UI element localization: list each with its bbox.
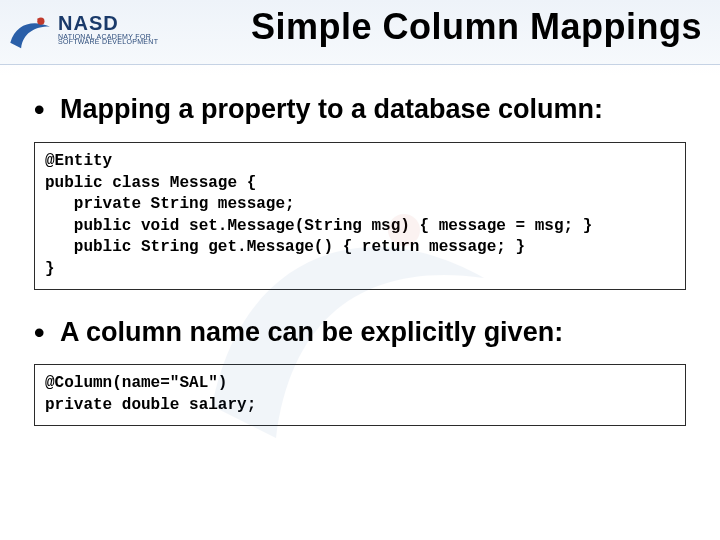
slide-content: Mapping a property to a database column:… bbox=[0, 65, 720, 426]
logo-name: NASD bbox=[58, 12, 158, 35]
code-block-1: @Entity public class Message { private S… bbox=[34, 142, 686, 290]
slide-header: NASD NATIONAL ACADEMY FOR SOFTWARE DEVEL… bbox=[0, 0, 720, 65]
nasd-logo: NASD NATIONAL ACADEMY FOR SOFTWARE DEVEL… bbox=[8, 6, 178, 58]
slide: NASD NATIONAL ACADEMY FOR SOFTWARE DEVEL… bbox=[0, 0, 720, 540]
code-block-2: @Column(name="SAL") private double salar… bbox=[34, 364, 686, 425]
logo-sub-2: SOFTWARE DEVELOPMENT bbox=[58, 38, 158, 45]
logo-swoosh-icon bbox=[8, 14, 54, 50]
svg-rect-2 bbox=[37, 19, 40, 20]
slide-title: Simple Column Mappings bbox=[170, 6, 702, 48]
bullet-1: Mapping a property to a database column: bbox=[34, 93, 686, 126]
bullet-2: A column name can be explicitly given: bbox=[34, 316, 686, 349]
